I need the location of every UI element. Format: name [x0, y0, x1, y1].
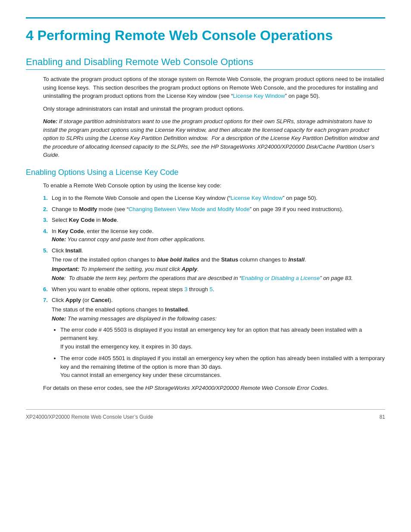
footer-note: For details on these error codes, see th…: [43, 384, 385, 392]
warning-item-2: The error code #405 5501 is displayed if…: [60, 354, 385, 380]
step-4-note: Note: You cannot copy and paste text fro…: [52, 236, 206, 243]
step-5-important: Important: To implement the setting, you…: [52, 265, 385, 274]
step-4-content: In Key Code, enter the license key code.…: [52, 227, 385, 244]
step-1: 1. Log in to the Remote Web Console and …: [52, 194, 385, 202]
step-3-content: Select Key Code in Mode.: [52, 216, 385, 224]
sub-section-intro: To enable a Remote Web Console option by…: [43, 181, 385, 190]
modify-mode-link[interactable]: Changing Between View Mode and Modify Mo…: [128, 206, 249, 212]
footer-page-number: 81: [380, 414, 385, 420]
step-6: 6. When you want to enable other options…: [52, 285, 385, 294]
step-ref-5[interactable]: 5: [209, 286, 212, 292]
step-7-number: 7.: [43, 296, 48, 305]
step-5: 5. Click Install. The row of the install…: [52, 246, 385, 283]
step-1-content: Log in to the Remote Web Console and ope…: [52, 194, 385, 202]
top-note: Note: If storage partition administrator…: [43, 117, 385, 159]
warning-item-1: The error code # 405 5503 is displayed i…: [60, 326, 385, 351]
enabling-disabling-link[interactable]: Enabling or Disabling a License: [241, 275, 320, 281]
step-7-sub1: The status of the enabled options change…: [52, 305, 385, 314]
step-5-sub1: The row of the installed option changes …: [52, 255, 385, 264]
step-1-number: 1.: [43, 194, 48, 202]
step-2: 2. Change to Modify mode (see “Changing …: [52, 205, 385, 214]
step-7: 7. Click Apply (or Cancel). The status o…: [52, 296, 385, 380]
intro-paragraph-2: Only storage administrators can install …: [43, 105, 385, 113]
license-key-window-link-2[interactable]: License Key Window: [230, 195, 283, 201]
chapter-title-text: Performing Remote Web Console Operations: [37, 28, 333, 43]
warning-list: The error code # 405 5503 is displayed i…: [60, 326, 385, 380]
step-2-number: 2.: [43, 205, 48, 214]
sub-section: Enabling Options Using a License Key Cod…: [26, 168, 385, 392]
steps-list: 1. Log in to the Remote Web Console and …: [52, 194, 385, 380]
footer-left-text: XP24000/XP20000 Remote Web Console User’…: [26, 414, 153, 420]
step-ref-3[interactable]: 3: [184, 286, 187, 292]
step-6-content: When you want to enable other options, r…: [52, 285, 385, 294]
step-4: 4. In Key Code, enter the license key co…: [52, 227, 385, 244]
step-5-number: 5.: [43, 246, 48, 255]
intro-paragraph-1: To activate the program product options …: [43, 75, 385, 100]
license-key-window-link-1[interactable]: License Key Window: [233, 93, 285, 99]
step-5-content: Click Install. The row of the installed …: [52, 246, 385, 283]
step-7-note: Note: The warning messages are displayed…: [52, 314, 385, 323]
step-5-note: Note: To disable the term key, perform t…: [52, 274, 385, 283]
step-4-number: 4.: [43, 227, 48, 236]
page-footer: XP24000/XP20000 Remote Web Console User’…: [26, 409, 385, 420]
step-2-content: Change to Modify mode (see “Changing Bet…: [52, 205, 385, 214]
top-section: Enabling and Disabling Remote Web Consol…: [26, 56, 385, 159]
step-3-number: 3.: [43, 216, 48, 224]
step-7-content: Click Apply (or Cancel). The status of t…: [52, 296, 385, 380]
subsection-title: Enabling Options Using a License Key Cod…: [26, 168, 385, 177]
step-6-number: 6.: [43, 285, 48, 294]
chapter-title: 4 Performing Remote Web Console Operatio…: [26, 27, 385, 44]
page-container: 4 Performing Remote Web Console Operatio…: [0, 0, 411, 437]
top-border: [26, 17, 385, 19]
step-3: 3. Select Key Code in Mode.: [52, 216, 385, 224]
section-title: Enabling and Disabling Remote Web Consol…: [26, 56, 385, 70]
chapter-number: 4: [26, 28, 34, 43]
